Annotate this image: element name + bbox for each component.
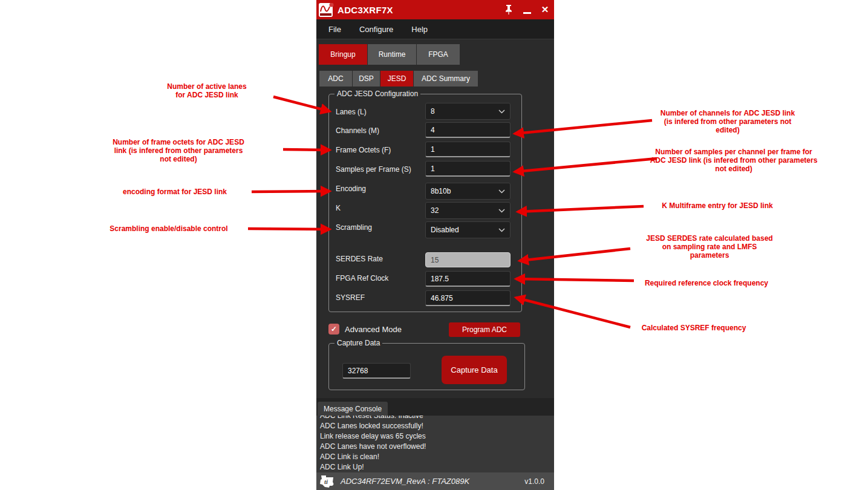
tab-bringup[interactable]: Bringup [319, 44, 368, 65]
sysref-input[interactable] [425, 290, 511, 306]
channels-label: Channels (M) [336, 126, 379, 135]
annotation-encoding: encoding format for JESD link [96, 188, 254, 196]
channels-input[interactable] [425, 122, 511, 138]
program-adc-button[interactable]: Program ADC [449, 322, 520, 337]
fpga-ref-clock-label: FPGA Ref Clock [336, 274, 388, 283]
console-lines: ADC Link Reset Status: Inactive ADC Lane… [316, 416, 554, 472]
frame-octets-input[interactable] [425, 142, 511, 157]
menu-file[interactable]: File [322, 25, 347, 34]
k-label: K [336, 204, 341, 212]
ti-logo-icon: ti [319, 474, 336, 489]
message-console[interactable]: ADC Link Reset Status: Inactive ADC Lane… [316, 416, 554, 472]
chevron-down-icon [498, 189, 505, 194]
tab-jesd[interactable]: JESD [380, 71, 414, 87]
statusbar: ti ADC34RF72EVM_RevA : FTAZ089K v1.0.0 [316, 472, 554, 490]
console-line: ADC Link Up! [320, 462, 554, 472]
menu-configure[interactable]: Configure [353, 25, 399, 34]
sub-tab-bar: ADC DSP JESD ADC Summary [319, 71, 478, 87]
lanes-dropdown[interactable]: 8 [425, 103, 511, 120]
main-tab-bar: Bringup Runtime FPGA [319, 44, 460, 65]
status-version: v1.0.0 [524, 477, 544, 486]
console-line: ADC Link is clean! [320, 452, 554, 462]
annotation-samples-per-frame: Number of samples per channel per frame … [633, 148, 834, 173]
console-line: ADC Lanes locked successfully! [320, 421, 554, 431]
capture-data-button[interactable]: Capture Data [442, 356, 507, 384]
k-dropdown[interactable]: 32 [425, 202, 511, 219]
tab-fpga[interactable]: FPGA [417, 44, 460, 65]
check-icon: ✓ [331, 325, 337, 333]
app-icon [319, 3, 333, 17]
annotation-channels: Number of channels for ADC JESD link (is… [648, 109, 807, 134]
lanes-label: Lanes (L) [336, 108, 367, 116]
console-line: ADC Lanes have not overflowed! [320, 442, 554, 452]
console-line: Link release delay was 65 cycles [320, 431, 554, 442]
annotation-fpga-ref-clock: Required reference clock frequency [627, 279, 786, 287]
scrambling-value: Disabled [431, 226, 459, 234]
annotation-sysref: Calculated SYSREF frequency [615, 324, 773, 332]
fpga-ref-clock-input[interactable] [425, 271, 511, 287]
close-button[interactable]: ✕ [536, 0, 554, 19]
tab-runtime[interactable]: Runtime [368, 44, 417, 65]
capture-data-group: Capture Data Capture Data [328, 343, 525, 390]
chevron-down-icon [498, 109, 505, 114]
annotation-serdes-rate: JESD SERDES rate calculated based on sam… [636, 234, 783, 260]
advanced-mode-row: ✓ Advanced Mode [328, 324, 402, 335]
k-value: 32 [431, 206, 439, 215]
serdes-rate-field: 15 [425, 252, 511, 267]
samples-per-frame-input[interactable] [425, 161, 511, 177]
minimize-button[interactable] [518, 0, 536, 19]
scrambling-label: Scrambling [336, 223, 372, 232]
status-device-text: ADC34RF72EVM_RevA : FTAZ089K [341, 477, 524, 486]
scrambling-dropdown[interactable]: Disabled [425, 221, 511, 238]
console-line: ADC Link Reset Status: Inactive [320, 416, 554, 421]
serdes-rate-label: SERDES Rate [336, 255, 383, 263]
sysref-label: SYSREF [336, 293, 365, 302]
annotation-frame-octets: Number of frame octets for ADC JESD link… [104, 138, 253, 163]
advanced-mode-checkbox[interactable]: ✓ [328, 324, 339, 335]
tab-adc[interactable]: ADC [319, 71, 353, 87]
app-window: ADC3XRF7X ✕ File Configure Help Bringup [316, 0, 554, 490]
chevron-down-icon [498, 209, 505, 213]
encoding-value: 8b10b [431, 187, 451, 195]
capture-group-title: Capture Data [334, 339, 382, 347]
lanes-value: 8 [431, 107, 435, 116]
page: ADC3XRF7X ✕ File Configure Help Bringup [0, 0, 868, 490]
advanced-mode-label: Advanced Mode [345, 325, 402, 334]
menu-help[interactable]: Help [405, 25, 434, 34]
menubar: File Configure Help [316, 19, 554, 39]
tab-adc-summary[interactable]: ADC Summary [414, 71, 478, 87]
annotation-scrambling: Scrambling enable/disable control [90, 224, 248, 233]
capture-samples-input[interactable] [342, 363, 411, 379]
svg-text:ti: ti [324, 478, 328, 485]
titlebar: ADC3XRF7X ✕ [316, 0, 554, 19]
jesd-group-title: ADC JESD Configuration [334, 90, 420, 98]
frame-octets-label: Frame Octets (F) [336, 146, 391, 154]
annotation-lanes: Number of active lanes for ADC JESD link [131, 82, 282, 99]
encoding-dropdown[interactable]: 8b10b [425, 183, 511, 200]
annotation-k-multiframe: K Multiframe entry for JESD link [638, 201, 797, 210]
pin-icon[interactable] [500, 0, 518, 19]
chevron-down-icon [498, 228, 505, 232]
encoding-label: Encoding [336, 185, 366, 193]
samples-per-frame-label: Samples per Frame (S) [336, 165, 411, 174]
window-title: ADC3XRF7X [338, 5, 500, 15]
tab-dsp[interactable]: DSP [353, 71, 380, 87]
message-console-tab[interactable]: Message Console [318, 402, 388, 416]
